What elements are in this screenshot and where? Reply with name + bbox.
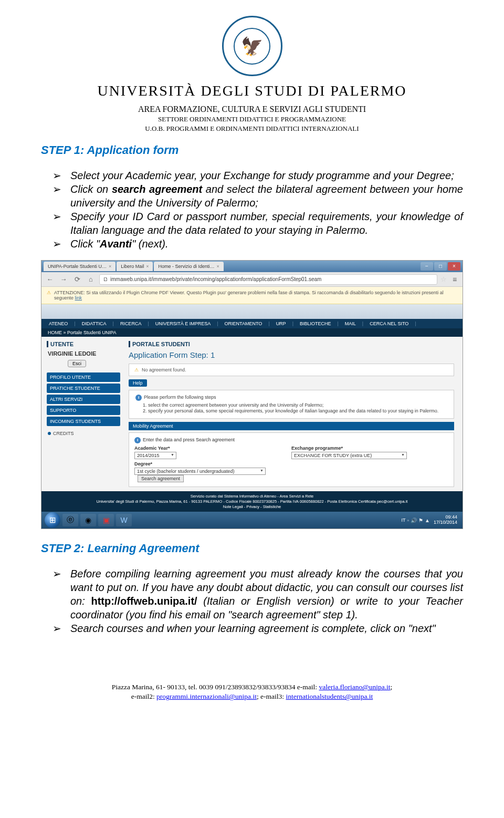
menu-icon[interactable]: ≡ [450, 275, 459, 284]
tray-network-icon[interactable]: ▫ [407, 517, 410, 523]
eagle-icon: 🦅 [241, 36, 263, 57]
browser-tab-1[interactable]: UNIPA-Portale Studenti U…× [44, 262, 116, 271]
tray-up-icon[interactable]: ▲ [425, 517, 430, 523]
step1-bullet-4: Click "Avanti" (next). [67, 237, 463, 251]
banner-image [41, 304, 463, 319]
header-line-2: SETTORE ORDINAMENTI DIDATTICI E PROGRAMM… [41, 115, 463, 123]
utente-header: UTENTE [47, 341, 120, 347]
nav-univ-impresa[interactable]: UNIVERSITÀ E IMPRESA [154, 321, 212, 326]
step2-bullets: Before compiling learning agreement you … [67, 567, 463, 635]
nav-didattica[interactable]: DIDATTICA [81, 321, 108, 326]
email-link-2[interactable]: programmi.internazionali@unipa.it [156, 692, 257, 700]
close-icon[interactable]: × [217, 264, 219, 269]
portale-header: PORTALE STUDENTI [129, 341, 454, 347]
step2-bullet-1: Before compiling learning agreement you … [67, 567, 463, 622]
email-link-1[interactable]: valeria.floriano@unipa.it [319, 683, 390, 691]
language-indicator[interactable]: IT [402, 517, 406, 523]
taskbar-chrome-icon[interactable]: ◉ [80, 514, 96, 526]
step1-bullet-3: Specify your ID Card or passport number,… [67, 210, 463, 237]
degree-label: Degree* [134, 461, 291, 467]
nav-ateneo[interactable]: ATENEO [48, 321, 69, 326]
back-button[interactable]: ← [45, 274, 55, 285]
content-area: UTENTE VIRGINIE LEDOIE Esci PROFILO UTEN… [41, 337, 463, 491]
window-controls: − □ × [421, 262, 460, 271]
sidebar-item-incoming[interactable]: INCOMING STUDENTS [47, 417, 120, 426]
header-line-3: U.O.B. PROGRAMMI E ORDINAMENTI DIDATTICI… [41, 125, 463, 133]
maximize-button[interactable]: □ [434, 262, 447, 271]
nav-biblioteche[interactable]: BIBLIOTECHE [299, 321, 332, 326]
step1-bullets: Select your Academic year, your Exchange… [67, 169, 463, 251]
browser-tab-3[interactable]: Home - Servizio di Identi…× [154, 262, 223, 271]
user-name: VIRGINIE LEDOIE [48, 350, 120, 357]
nav-mail[interactable]: MAIL [344, 321, 357, 326]
taskbar-pdf-icon[interactable]: ▣ [98, 514, 114, 526]
help-button[interactable]: Help [129, 379, 147, 387]
info-icon: i [135, 395, 142, 401]
browser-screenshot: UNIPA-Portale Studenti U…× Libero Mail× … [41, 260, 463, 529]
degree-select[interactable]: 1st cycle (bachelor students / undergrad… [134, 468, 266, 475]
close-icon[interactable]: × [146, 264, 149, 269]
taskbar-ie-icon[interactable]: ⓔ [62, 514, 78, 526]
browser-tab-2[interactable]: Libero Mail× [117, 262, 153, 271]
form-grid: iEnter the data and press Search agreeme… [129, 432, 454, 487]
nav-urp[interactable]: URP [275, 321, 287, 326]
email-link-3[interactable]: internationalstudents@unipa.it [286, 692, 373, 700]
warning-bar: ⚠ ATTENZIONE: Si sta utilizzando il Plug… [41, 287, 463, 304]
nav-ricerca[interactable]: RICERCA [119, 321, 143, 326]
start-button[interactable]: ⊞ [45, 512, 60, 528]
address-field[interactable]: 🗋 immaweb.unipa.it/immaweb/private/incom… [99, 274, 437, 285]
academic-year-select[interactable]: 2014/2015 [134, 452, 176, 459]
tray-flag-icon[interactable]: ⚑ [418, 517, 423, 523]
info-step-1: select the correct agreement between you… [148, 402, 447, 408]
taskbar: ⊞ ⓔ ◉ ▣ W IT ▫ 🔊 ⚑ ▲ 09:44 17/10/2014 [41, 512, 463, 529]
dot-icon [48, 432, 51, 435]
logout-button[interactable]: Esci [68, 360, 86, 367]
left-sidebar: UTENTE VIRGINIE LEDOIE Esci PROFILO UTEN… [41, 337, 125, 491]
bookmark-icon[interactable]: ☆ [440, 275, 447, 283]
close-button[interactable]: × [448, 262, 460, 271]
warning-link[interactable]: link [75, 295, 82, 301]
document-header: 🦅 UNIVERSITÀ DEGLI STUDI DI PALERMO AREA… [41, 16, 463, 133]
info-icon: i [134, 437, 141, 443]
sidebar-item-pratiche[interactable]: PRATICHE STUDENTE [47, 384, 120, 393]
tray-sound-icon[interactable]: 🔊 [411, 517, 417, 523]
close-icon[interactable]: × [109, 264, 111, 269]
header-line-1: AREA FORMAZIONE, CULTURA E SERVIZI AGLI … [41, 105, 463, 114]
step1-bullet-2: Click on search agreement and select the… [67, 182, 463, 210]
minimize-button[interactable]: − [421, 262, 433, 271]
info-box: iPlease perform the following steps sele… [129, 390, 454, 419]
reload-button[interactable]: ⟳ [72, 274, 82, 285]
mobility-section-bar: Mobility Agreement [129, 422, 454, 430]
exchange-select[interactable]: EXCHANGE FOR STUDY (extra UE) [291, 452, 407, 459]
step1-bullet-1: Select your Academic year, your Exchange… [67, 169, 463, 182]
nav-cerca[interactable]: CERCA NEL SITO [369, 321, 410, 326]
exchange-label: Exchange programme* [291, 446, 448, 451]
browser-tabs: UNIPA-Portale Studenti U…× Libero Mail× … [44, 262, 225, 271]
breadcrumb: HOME » Portale Studenti UNIPA [41, 328, 463, 337]
document-footer: Piazza Marina, 61- 90133, tel. 0039 091/… [41, 682, 463, 701]
main-panel: PORTALE STUDENTI Application Form Step: … [125, 337, 463, 491]
sidebar-credits[interactable]: CREDITS [47, 428, 120, 439]
forward-button[interactable]: → [58, 274, 69, 285]
sidebar-item-altri[interactable]: ALTRI SERVIZI [47, 395, 120, 404]
search-agreement-button[interactable]: Search agreement [138, 475, 184, 482]
warning-icon: ⚠ [134, 367, 139, 372]
sidebar-item-profilo[interactable]: PROFILO UTENTE [47, 372, 120, 382]
window-titlebar: UNIPA-Portale Studenti U…× Libero Mail× … [41, 261, 463, 272]
page-icon: 🗋 [103, 276, 108, 282]
university-name: UNIVERSITÀ DEGLI STUDI DI PALERMO [41, 82, 463, 99]
page-footer-bar: Servizio curato dal Sistema Informativo … [41, 491, 463, 512]
url-bar: ← → ⟳ ⌂ 🗋 immaweb.unipa.it/immaweb/priva… [41, 272, 463, 287]
nav-orientamento[interactable]: ORIENTAMENTO [224, 321, 264, 326]
step2-title: STEP 2: Learning Agreement [41, 542, 463, 555]
taskbar-clock[interactable]: 09:44 17/10/2014 [432, 515, 459, 525]
no-agreement-box: ⚠ No agreement found. [129, 364, 454, 376]
home-button[interactable]: ⌂ [86, 274, 96, 285]
university-seal-icon: 🦅 [222, 16, 282, 76]
sidebar-item-supporto[interactable]: SUPPORTO [47, 406, 120, 415]
form-title: Application Form Step: 1 [129, 350, 454, 359]
info-step-2: specify your personal data, some special… [148, 408, 447, 413]
top-nav: ATENEO| DIDATTICA| RICERCA| UNIVERSITÀ E… [41, 319, 463, 328]
taskbar-word-icon[interactable]: W [116, 514, 132, 526]
step1-title: STEP 1: Application form [41, 143, 463, 157]
